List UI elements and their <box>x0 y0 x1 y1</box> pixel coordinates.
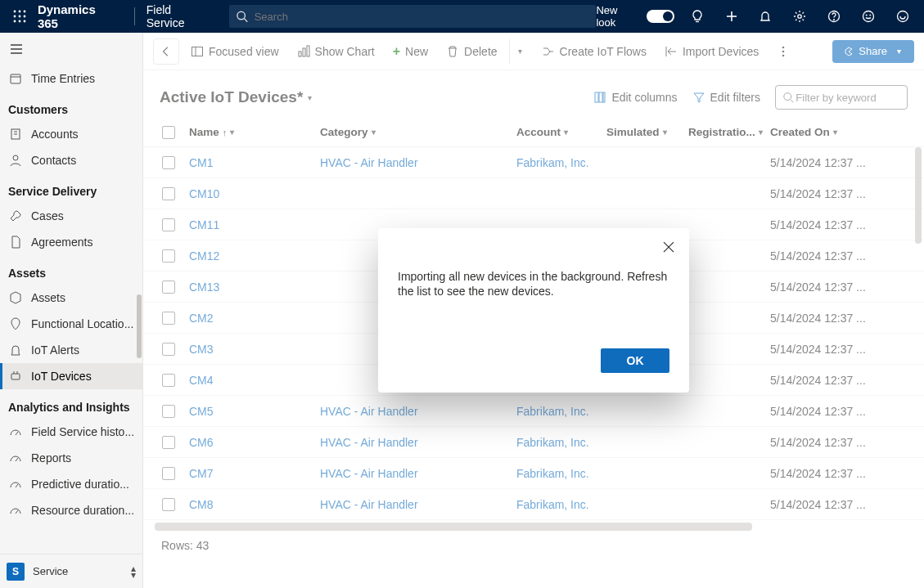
wrench-icon <box>8 209 23 222</box>
sidebar-item-label: Predictive duratio... <box>31 478 129 491</box>
sidebar-item-resource-duration[interactable]: Resource duration... <box>0 497 142 523</box>
sidebar-scrollbar[interactable] <box>137 294 142 358</box>
svg-line-36 <box>16 510 18 514</box>
hamburger-icon <box>10 43 23 56</box>
help-icon[interactable] <box>819 0 849 33</box>
sidebar-item-time-entries[interactable]: Time Entries <box>0 65 142 92</box>
svg-point-8 <box>24 20 26 23</box>
svg-point-18 <box>866 15 867 16</box>
sidebar-item-label: IoT Alerts <box>31 343 79 357</box>
svg-point-6 <box>14 20 16 23</box>
svg-point-1 <box>19 11 21 13</box>
area-badge: S <box>7 563 25 581</box>
sidebar-item-label: Contacts <box>31 154 76 167</box>
svg-point-3 <box>14 16 16 18</box>
toggle-pill <box>647 10 674 23</box>
sidebar-item-label: Field Service histo... <box>31 425 134 438</box>
svg-line-34 <box>16 458 18 461</box>
global-search-input[interactable] <box>253 10 590 24</box>
sidebar-section-assets: Assets <box>0 255 142 285</box>
svg-point-9 <box>237 11 245 20</box>
sidebar-item-label: Accounts <box>31 128 79 141</box>
search-icon <box>236 10 248 23</box>
building-icon <box>8 128 23 141</box>
close-icon <box>663 241 674 253</box>
app-launcher[interactable] <box>7 3 33 29</box>
svg-point-0 <box>14 11 16 13</box>
svg-point-7 <box>19 20 21 23</box>
sidebar-item-label: Reports <box>31 451 71 465</box>
assistant-icon[interactable] <box>888 0 917 33</box>
divider <box>134 7 135 25</box>
sidebar-item-iot-devices[interactable]: IoT Devices <box>0 363 142 389</box>
svg-point-29 <box>13 155 18 160</box>
svg-point-4 <box>19 16 21 18</box>
sidebar-item-cases[interactable]: Cases <box>0 203 142 229</box>
svg-line-35 <box>16 484 18 487</box>
brand-label[interactable]: Dynamics 365 <box>38 2 119 30</box>
sidebar-item-functional-locations[interactable]: Functional Locatio... <box>0 311 142 337</box>
svg-point-5 <box>24 16 26 18</box>
sidebar-item-label: Assets <box>31 291 65 304</box>
sidebar-item-accounts[interactable]: Accounts <box>0 121 142 147</box>
sidebar-section-customers: Customers <box>0 92 142 121</box>
sidebar-section-service-delivery: Service Delivery <box>0 173 142 203</box>
dialog-ok-button[interactable]: OK <box>601 348 669 373</box>
sidebar-item-agreements[interactable]: Agreements <box>0 229 142 255</box>
global-search[interactable] <box>229 5 597 28</box>
area-switcher[interactable]: S Service ▴▾ <box>0 554 142 588</box>
sidebar-item-label: Functional Locatio... <box>31 317 133 330</box>
main-content: Focused view Show Chart + New Delete ▾ C… <box>143 33 924 588</box>
svg-rect-30 <box>11 374 20 379</box>
svg-point-2 <box>24 11 26 13</box>
svg-point-17 <box>863 11 874 22</box>
svg-line-33 <box>16 432 18 435</box>
sidebar-item-iot-alerts[interactable]: IoT Alerts <box>0 337 142 363</box>
import-dialog: Importing all new devices in the backgro… <box>378 228 689 393</box>
pin-icon <box>8 317 23 330</box>
sidebar-item-label: Agreements <box>31 236 92 249</box>
new-look-toggle[interactable]: New look <box>596 4 674 29</box>
updown-icon: ▴▾ <box>131 565 136 578</box>
gauge-icon <box>8 425 23 438</box>
gauge-icon <box>8 504 23 517</box>
person-icon <box>8 154 23 167</box>
dialog-close-button[interactable] <box>656 235 681 259</box>
sidebar-item-label: Cases <box>31 209 64 222</box>
sidebar-section-analytics: Analytics and Insights <box>0 389 142 419</box>
suite-header: Dynamics 365 Field Service New look <box>0 0 924 33</box>
app-name[interactable]: Field Service <box>146 3 213 29</box>
sidebar-item-assets[interactable]: Assets <box>0 285 142 311</box>
sidebar-item-label: Resource duration... <box>31 504 134 517</box>
gauge-icon <box>8 451 23 465</box>
sidebar-toggle[interactable] <box>0 33 142 65</box>
dialog-message: Importing all new devices in the backgro… <box>398 269 669 300</box>
svg-point-19 <box>870 15 871 16</box>
left-sidebar: Time Entries Customers Accounts Contacts… <box>0 33 143 588</box>
sidebar-item-contacts[interactable]: Contacts <box>0 147 142 173</box>
svg-point-20 <box>898 11 908 22</box>
svg-line-10 <box>244 19 247 22</box>
smile-icon[interactable] <box>854 0 883 33</box>
svg-rect-24 <box>11 74 20 83</box>
sidebar-item-reports[interactable]: Reports <box>0 445 142 471</box>
document-icon <box>8 236 23 249</box>
new-look-label: New look <box>596 4 639 29</box>
gauge-icon <box>8 478 23 491</box>
alert-icon <box>8 343 23 357</box>
cube-icon <box>8 291 23 304</box>
lightbulb-icon[interactable] <box>683 0 712 33</box>
sidebar-item-predictive-duration[interactable]: Predictive duratio... <box>0 471 142 497</box>
sidebar-item-label: IoT Devices <box>31 370 92 383</box>
sidebar-item-fs-history[interactable]: Field Service histo... <box>0 419 142 445</box>
svg-point-14 <box>798 15 801 18</box>
bell-icon[interactable] <box>751 0 781 33</box>
gear-icon[interactable] <box>785 0 814 33</box>
sidebar-item-label: Time Entries <box>31 72 95 85</box>
svg-point-16 <box>834 19 835 20</box>
add-icon[interactable] <box>717 0 746 33</box>
device-icon <box>8 370 23 383</box>
area-label: Service <box>33 565 68 577</box>
calendar-icon <box>8 72 23 85</box>
